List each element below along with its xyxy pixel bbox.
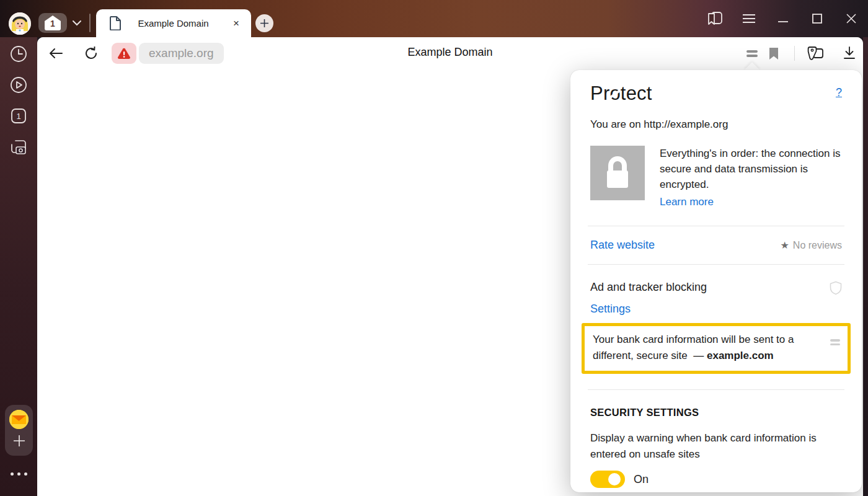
close-window-button[interactable]: [834, 0, 868, 37]
side-panels-button[interactable]: [698, 0, 732, 37]
address-bar-url: example.org: [149, 46, 214, 60]
tabs-panel-button[interactable]: 1: [10, 107, 27, 125]
yandex-mail-icon[interactable]: [9, 410, 29, 429]
toolbar-page-title: Example Domain: [407, 46, 492, 59]
protect-icon: [746, 48, 758, 59]
maximize-icon: [811, 12, 823, 25]
sidebar-tab-count: 1: [16, 112, 20, 121]
learn-more-link[interactable]: Learn more: [660, 196, 714, 208]
star-icon: ★: [781, 239, 789, 251]
extensions-tag-icon: [806, 45, 825, 61]
connection-status-text: Everything's in order: the connection is…: [660, 146, 842, 192]
bookmark-icon: [769, 47, 779, 60]
warning-toggle[interactable]: [590, 471, 625, 488]
minimize-icon: [777, 12, 789, 25]
chevron-down-icon: [73, 20, 81, 26]
bank-domain: example.com: [707, 350, 774, 361]
page-icon: [110, 16, 122, 30]
dot: [17, 472, 20, 476]
screenshot-camera-icon: [10, 139, 27, 155]
plus-icon: [260, 19, 269, 28]
tab-close-button[interactable]: ×: [228, 15, 245, 32]
plus-icon: [13, 435, 25, 447]
secure-status-tile: [590, 146, 645, 200]
shield-icon: [830, 281, 842, 295]
new-tab-button[interactable]: [255, 14, 273, 32]
security-settings-header: SECURITY SETTINGS: [590, 407, 842, 418]
title-bar: 1 Example Domain ×: [0, 0, 868, 37]
sidebar-more-button[interactable]: [0, 472, 37, 476]
screenshot-button[interactable]: [10, 138, 27, 156]
protect-mini-icon: [830, 337, 840, 364]
divider: [588, 264, 844, 265]
reload-button[interactable]: [81, 43, 101, 63]
close-icon: [845, 12, 857, 25]
play-icon: [10, 76, 27, 94]
help-link[interactable]: ?: [836, 86, 842, 99]
protect-logo-o: o: [609, 82, 620, 105]
media-button[interactable]: [10, 76, 27, 94]
em-dash: —: [693, 350, 704, 361]
protect-panel-button[interactable]: [742, 43, 762, 63]
tab-list-dropdown[interactable]: [69, 16, 84, 30]
history-button[interactable]: [10, 45, 27, 63]
download-icon: [843, 46, 856, 60]
address-bar[interactable]: example.org: [139, 43, 224, 64]
reload-icon: [84, 46, 98, 60]
warning-setting-description: Display a warning when bank card informa…: [590, 430, 842, 463]
bookmark-button[interactable]: [764, 43, 784, 63]
tab-counter-value: 1: [45, 16, 61, 30]
chrome-separator: [89, 14, 91, 32]
tab-title: Example Domain: [122, 18, 228, 29]
current-site-text: You are on http://example.org: [590, 118, 842, 131]
chrome-right-edge: [863, 37, 868, 496]
pinned-apps-dock: [5, 405, 33, 456]
back-arrow-icon: [48, 48, 63, 59]
minimize-button[interactable]: [766, 0, 800, 37]
panel-title: Protect: [590, 82, 652, 105]
clock-icon: [10, 45, 27, 63]
back-button[interactable]: [46, 43, 66, 63]
divider: [588, 389, 844, 390]
toggle-knob: [608, 473, 621, 485]
dot: [11, 472, 14, 476]
site-security-badge[interactable]: [112, 43, 136, 64]
reviews-count-text: No reviews: [793, 240, 842, 251]
rate-website-link[interactable]: Rate website: [590, 239, 655, 252]
bank-card-notice-highlight[interactable]: Your bank card information will be sent …: [582, 323, 851, 374]
downloads-button[interactable]: [839, 43, 859, 63]
maximize-button[interactable]: [800, 0, 834, 37]
adblock-label: Ad and tracker blocking: [590, 281, 707, 294]
protect-panel: Protect ? You are on http://example.org …: [570, 70, 862, 492]
tab-counter[interactable]: 1: [38, 13, 67, 33]
dot: [24, 472, 27, 476]
bank-card-notice-text: Your bank card information will be sent …: [593, 332, 824, 364]
sidebar: 1: [0, 37, 37, 496]
toggle-state-label: On: [634, 473, 649, 486]
profile-avatar[interactable]: [9, 12, 31, 35]
adblock-settings-link[interactable]: Settings: [590, 303, 631, 316]
browser-menu-button[interactable]: [732, 0, 766, 37]
panels-bookmark-icon: [707, 11, 723, 26]
extensions-button[interactable]: [805, 43, 825, 63]
lock-icon: [603, 156, 632, 190]
navigation-toolbar: example.org Example Domain: [37, 37, 863, 69]
tabs-count-icon: 1: [11, 108, 27, 124]
toolbar-separator: [794, 46, 795, 61]
browser-window: 1 Example Domain ×: [0, 0, 868, 496]
add-app-button[interactable]: [13, 435, 25, 450]
active-tab[interactable]: Example Domain ×: [96, 9, 251, 37]
hamburger-menu-icon: [742, 14, 756, 24]
reviews-summary: ★ No reviews: [781, 239, 842, 251]
warning-triangle-icon: [117, 48, 131, 60]
